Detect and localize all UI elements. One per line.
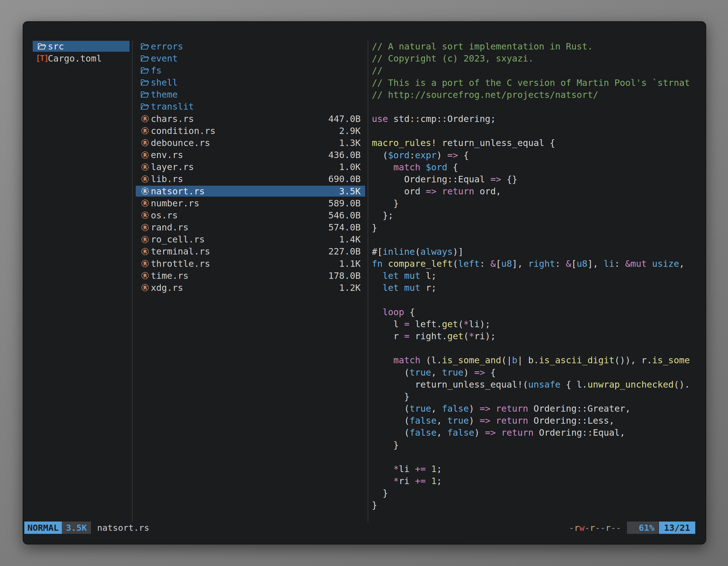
code-line: r = right.get(*ri); xyxy=(372,330,496,342)
terminal-window: src[T]Cargo.toml errorseventfsshelltheme… xyxy=(23,21,706,544)
folder-row[interactable]: translit xyxy=(136,101,365,112)
code-line: let mut r; xyxy=(372,282,436,294)
code-line: *li += 1; xyxy=(372,463,442,475)
entry-name: src xyxy=(48,41,64,52)
file-row[interactable]: [T]Cargo.toml xyxy=(33,53,130,64)
rust-file-icon: R xyxy=(139,283,151,292)
folder-row[interactable]: shell xyxy=(136,77,365,88)
file-row[interactable]: Rlib.rs690.0B xyxy=(136,174,365,185)
code-line: (true, true) => { xyxy=(372,366,496,379)
parent-directory-pane: src[T]Cargo.toml xyxy=(33,40,130,522)
permission-char: - xyxy=(600,523,605,533)
permission-char: - xyxy=(569,523,574,533)
code-line: // http://sourcefrog.net/projects/natsor… xyxy=(372,89,598,101)
rust-file-icon: R xyxy=(139,223,151,232)
entry-name: time.rs xyxy=(151,271,189,281)
svg-text:R: R xyxy=(143,201,147,206)
svg-text:R: R xyxy=(143,140,147,146)
code-line: // Copyright (c) 2023, sxyazi. xyxy=(372,52,534,65)
entry-name: debounce.rs xyxy=(151,138,210,148)
svg-text:R: R xyxy=(143,189,147,194)
code-line: match (l.is_some_and(|b| b.is_ascii_digi… xyxy=(372,354,690,366)
folder-open-icon xyxy=(139,54,151,63)
entry-name: errors xyxy=(151,41,183,52)
entry-name: fs xyxy=(151,65,162,76)
entry-name: natsort.rs xyxy=(151,186,205,197)
code-line: use std::cmp::Ordering; xyxy=(372,113,496,125)
code-line: (false, true) => return Ordering::Less, xyxy=(372,414,614,427)
entry-size: 178.0B xyxy=(328,271,365,281)
folder-row[interactable]: src xyxy=(33,41,130,52)
file-permissions: -rw-r--r-- xyxy=(569,522,621,534)
permission-char: r xyxy=(590,523,595,533)
current-directory-pane: errorseventfsshellthemetranslitRchars.rs… xyxy=(136,40,365,522)
cursor-position-badge: 13/21 xyxy=(659,522,695,534)
code-line: } xyxy=(372,390,410,403)
file-row[interactable]: Rchars.rs447.0B xyxy=(136,113,365,124)
code-line: // This is a port of the C version of Ma… xyxy=(372,77,690,89)
file-row[interactable]: Rnumber.rs589.0B xyxy=(136,198,365,209)
entry-name: xdg.rs xyxy=(151,283,183,293)
pane-divider-left xyxy=(132,40,133,522)
entry-name: throttle.rs xyxy=(151,259,210,269)
entry-name: env.rs xyxy=(151,150,183,160)
entry-name: shell xyxy=(151,77,178,88)
rust-file-icon: R xyxy=(139,271,151,280)
folder-row[interactable]: theme xyxy=(136,89,365,100)
file-row[interactable]: Rrand.rs574.0B xyxy=(136,222,365,233)
folder-row[interactable]: fs xyxy=(136,65,365,76)
permission-char: - xyxy=(616,523,621,533)
rust-file-icon: R xyxy=(139,151,151,160)
file-size-badge: 3.5K xyxy=(62,522,91,534)
rust-file-icon: R xyxy=(139,259,151,268)
entry-size: 574.0B xyxy=(328,222,365,233)
entry-name: lib.rs xyxy=(151,174,183,184)
file-row[interactable]: Rxdg.rs1.2K xyxy=(136,282,365,293)
entry-size: 1.1K xyxy=(339,259,365,269)
entry-size: 3.5K xyxy=(339,186,365,197)
entry-name: chars.rs xyxy=(151,114,194,124)
file-row[interactable]: Rcondition.rs2.9K xyxy=(136,125,365,136)
rust-file-icon: R xyxy=(139,126,151,135)
entry-name: theme xyxy=(151,89,178,100)
permission-char: - xyxy=(584,523,590,533)
code-line: let mut l; xyxy=(372,270,436,282)
code-line: } xyxy=(372,439,399,451)
status-filename: natsort.rs xyxy=(97,522,149,534)
folder-row[interactable]: event xyxy=(136,53,365,64)
file-row[interactable]: Renv.rs436.0B xyxy=(136,150,365,161)
entry-size: 589.0B xyxy=(328,198,365,209)
code-line: macro_rules! return_unless_equal { xyxy=(372,137,555,149)
file-row[interactable]: Rtime.rs178.0B xyxy=(136,270,365,281)
file-preview-pane: // A natural sort implementation in Rust… xyxy=(372,40,703,522)
code-line: fn compare_left(left: &[u8], right: &[u8… xyxy=(372,258,684,270)
file-row[interactable]: Rdebounce.rs1.3K xyxy=(136,137,365,148)
entry-size: 546.0B xyxy=(328,210,365,221)
entry-name: layer.rs xyxy=(151,162,194,172)
code-line: #[inline(always)] xyxy=(372,246,464,258)
folder-open-icon xyxy=(139,42,151,51)
permission-char: r xyxy=(605,523,611,533)
file-row[interactable]: Rthrottle.rs1.1K xyxy=(136,258,365,269)
file-row[interactable]: Rro_cell.rs1.4K xyxy=(136,234,365,245)
entry-size: 227.0B xyxy=(328,246,365,257)
entry-name: event xyxy=(151,53,178,64)
permission-char: - xyxy=(595,523,600,533)
code-line: loop { xyxy=(372,306,415,318)
desktop-background: src[T]Cargo.toml errorseventfsshelltheme… xyxy=(0,0,728,566)
folder-row[interactable]: errors xyxy=(136,41,365,52)
entry-name: translit xyxy=(151,101,194,112)
rust-file-icon: R xyxy=(139,114,151,123)
permission-char: - xyxy=(611,523,616,533)
code-line: ($ord:expr) => { xyxy=(372,149,469,161)
toml-file-icon: [T] xyxy=(36,54,48,63)
file-row[interactable]: Rlayer.rs1.0K xyxy=(136,162,365,173)
svg-text:R: R xyxy=(143,261,147,267)
file-row[interactable]: Ros.rs546.0B xyxy=(136,210,365,221)
file-row[interactable]: Rnatsort.rs3.5K xyxy=(136,186,365,197)
svg-text:R: R xyxy=(143,164,147,170)
entry-size: 1.0K xyxy=(339,162,365,172)
rust-file-icon: R xyxy=(139,235,151,244)
file-row[interactable]: Rterminal.rs227.0B xyxy=(136,246,365,257)
svg-text:R: R xyxy=(143,176,147,182)
